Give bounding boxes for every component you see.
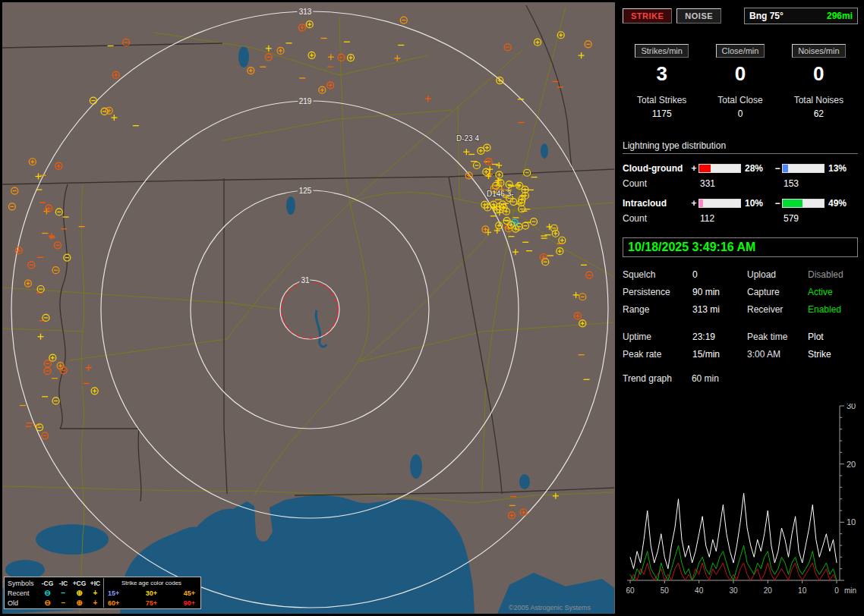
count-label: Count (623, 178, 689, 189)
session-label: 3:00 AM (747, 349, 808, 360)
bearing-range: 296mi (827, 11, 853, 21)
legend-symbol: ⊕ (71, 589, 87, 597)
range-ring-label: 31 (301, 276, 310, 284)
x-tick-label: 0 (834, 586, 839, 595)
plus-percent: 28% (741, 163, 773, 174)
legend-symbol: − (55, 599, 71, 607)
legend-col-neg-ic: -IC (55, 580, 71, 587)
distribution-rows: Cloud-ground+28%−13%Count331153Intraclou… (623, 163, 858, 224)
bearing-readout: Bng 75° 296mi (744, 8, 858, 24)
status-value: 90 min (692, 287, 747, 297)
legend-symbol: − (55, 589, 71, 597)
trend-header: Trend graph 60 min (623, 373, 858, 384)
range-ring-label: 125 (299, 187, 312, 195)
session-label: Peak rate (623, 349, 692, 360)
lake-pontchartrain (36, 524, 109, 555)
distribution-type-label: Cloud-ground (623, 163, 689, 174)
total-label: Total Noises (780, 95, 858, 105)
status-label: Receiver (747, 304, 808, 315)
y-tick-label: 10 (847, 517, 856, 526)
distribution-row: Cloud-ground+28%−13% (623, 163, 858, 174)
legend-age-value: 60+ (108, 599, 119, 607)
y-tick-label: 30 (847, 404, 856, 410)
rate-box: Noises/min (780, 44, 858, 58)
session-value: Strike (808, 349, 858, 360)
legend-age-value: 45+ (184, 589, 195, 597)
range-ring-label: 219 (299, 97, 312, 105)
status-value: 313 mi (692, 304, 747, 315)
total-label: Total Strikes (623, 95, 701, 105)
minus-count: 153 (782, 178, 825, 189)
legend-age-value: 90+ (184, 599, 195, 607)
legend-symbol: + (87, 599, 103, 607)
control-panel: STRIKE NOISE Bng 75° 296mi Strikes/minCl… (616, 0, 864, 616)
trend-label: Trend graph (623, 373, 672, 384)
legend-row: Old⊖−⊕+60+75+90+ (6, 598, 199, 608)
lake (410, 454, 422, 479)
legend-body: Recent⊖−⊕+15+30+45+Old⊖−⊕+60+75+90+ (6, 588, 199, 608)
distribution-row: Intracloud+10%−49% (623, 198, 858, 209)
rate-box-label: Strikes/min (635, 44, 688, 58)
distribution-title: Lightning type distribution (623, 140, 858, 154)
rate-values: 300 (623, 62, 858, 86)
rate-box: Strikes/min (623, 44, 701, 58)
distribution-count-row: Count331153 (623, 178, 858, 189)
session-value: 15/min (692, 349, 747, 360)
x-tick-label: 50 (661, 586, 670, 595)
bearing-label: Bng 75° (749, 11, 784, 21)
strike-button[interactable]: STRIKE (623, 8, 672, 24)
plus-percent: 10% (741, 198, 773, 209)
session-value: 23:19 (692, 332, 747, 342)
rate-value: 0 (701, 62, 779, 86)
noise-button[interactable]: NOISE (676, 8, 721, 24)
rate-labels: Strikes/minClose/minNoises/min (623, 44, 858, 58)
status-label: Squelch (623, 269, 692, 280)
status-value: 0 (692, 269, 747, 280)
legend-symbol: + (87, 589, 103, 597)
status-label: Upload (747, 269, 808, 280)
top-toolbar: STRIKE NOISE Bng 75° 296mi (623, 8, 858, 24)
rate-box-label: Noises/min (792, 44, 845, 58)
lake (286, 196, 295, 215)
rate-value: 0 (780, 62, 858, 86)
count-label: Count (623, 213, 689, 224)
distribution-count-row: Count112579 (623, 213, 858, 224)
legend-symbols-label: Symbols (6, 580, 39, 587)
minus-bar-fill (783, 165, 788, 172)
total-cell: Total Noises62 (780, 95, 858, 119)
lake (541, 143, 548, 159)
trend-window: 60 min (692, 373, 719, 384)
legend-header: Symbols -CG -IC +CG +IC Strike age color… (6, 578, 199, 588)
plus-bar-fill (699, 165, 711, 172)
total-value: 0 (701, 108, 779, 119)
legend-row-label: Old (6, 599, 39, 607)
rate-value: 3 (623, 62, 701, 86)
legend-age-title: Strike age color codes (103, 578, 199, 588)
legend-col-neg-cg: -CG (39, 580, 55, 587)
copyright-text: ©2005 Astrogenic Systems (509, 604, 591, 611)
status-label: Capture (747, 287, 808, 297)
legend-age-value: 30+ (146, 589, 157, 597)
x-tick-label: 30 (729, 586, 738, 595)
lightning-map: 31125219313D-23 4D146 3- (2, 2, 615, 614)
map-viewport[interactable]: 31125219313D-23 4D146 3- Symbols -CG -IC… (2, 2, 615, 614)
series-strikes (630, 493, 837, 569)
lake (238, 46, 249, 68)
distribution-type-label: Intracloud (623, 198, 689, 209)
series-noises (630, 563, 837, 580)
legend-col-pos-ic: +IC (87, 580, 103, 587)
legend-symbol: ⊖ (39, 599, 55, 607)
minus-bar (782, 164, 825, 173)
x-tick-label: 20 (764, 586, 773, 595)
plus-sign: + (689, 163, 698, 174)
status-grid: Squelch0UploadDisabledPersistence90 minC… (623, 269, 858, 315)
total-label: Total Close (701, 95, 779, 105)
session-label: Uptime (623, 332, 692, 342)
session-label: Peak time (747, 332, 808, 342)
plus-count: 112 (698, 213, 741, 224)
legend-age-codes: 60+75+90+ (103, 598, 199, 608)
plus-bar-fill (699, 200, 703, 207)
minus-count: 579 (782, 213, 825, 224)
status-value: Active (808, 287, 858, 297)
session-value: Plot (808, 332, 858, 342)
